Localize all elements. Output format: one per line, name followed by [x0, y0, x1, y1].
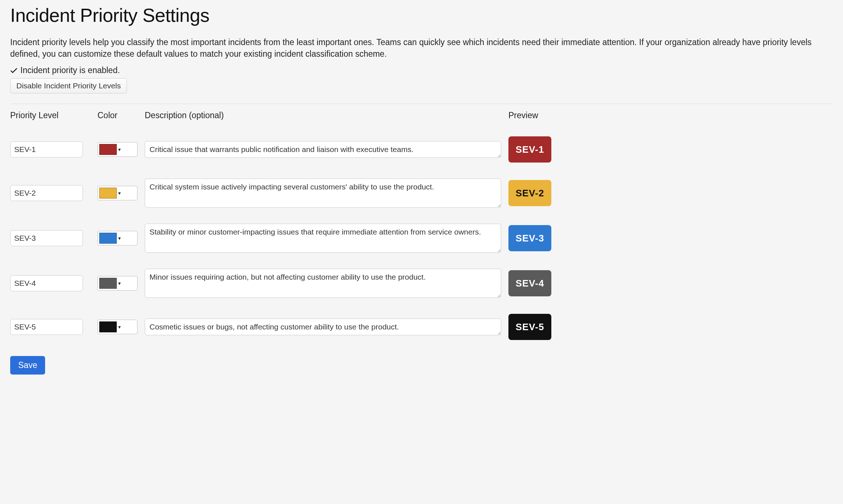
- col-header-level: Priority Level: [10, 111, 90, 120]
- color-swatch: [99, 233, 117, 244]
- col-header-preview: Preview: [508, 111, 559, 120]
- color-picker[interactable]: ▾: [97, 142, 137, 157]
- color-swatch: [99, 278, 117, 289]
- description-textarea[interactable]: [145, 179, 501, 208]
- priority-grid: Priority Level Color Description (option…: [10, 111, 833, 340]
- color-picker[interactable]: ▾: [97, 320, 137, 334]
- page-title: Incident Priority Settings: [10, 4, 833, 26]
- color-picker[interactable]: ▾: [97, 186, 137, 200]
- chevron-down-icon: ▾: [118, 147, 121, 152]
- chevron-down-icon: ▾: [118, 190, 121, 196]
- color-swatch: [99, 144, 117, 155]
- description-textarea[interactable]: [145, 269, 501, 298]
- preview-badge: SEV-3: [508, 225, 551, 251]
- chevron-down-icon: ▾: [118, 235, 121, 241]
- check-icon: [10, 68, 17, 73]
- color-picker[interactable]: ▾: [97, 231, 137, 245]
- priority-status: Incident priority is enabled.: [10, 65, 833, 75]
- chevron-down-icon: ▾: [118, 280, 121, 286]
- divider: [10, 104, 833, 104]
- description-textarea[interactable]: [145, 141, 501, 158]
- level-name-input[interactable]: [10, 319, 83, 335]
- preview-badge: SEV-4: [508, 270, 551, 296]
- level-name-input[interactable]: [10, 141, 83, 157]
- color-picker[interactable]: ▾: [97, 276, 137, 291]
- color-swatch: [99, 188, 117, 199]
- preview-badge: SEV-1: [508, 136, 551, 163]
- col-header-description: Description (optional): [145, 111, 501, 120]
- save-button[interactable]: Save: [10, 356, 45, 375]
- color-swatch: [99, 321, 117, 332]
- level-name-input[interactable]: [10, 230, 83, 246]
- level-name-input[interactable]: [10, 275, 83, 291]
- description-textarea[interactable]: [145, 319, 501, 335]
- description-textarea[interactable]: [145, 224, 501, 253]
- preview-badge: SEV-2: [508, 180, 551, 206]
- page-intro: Incident priority levels help you classi…: [10, 36, 833, 60]
- chevron-down-icon: ▾: [118, 324, 121, 330]
- disable-priority-button[interactable]: Disable Incident Priority Levels: [10, 78, 127, 93]
- col-header-color: Color: [97, 111, 137, 120]
- preview-badge: SEV-5: [508, 314, 551, 340]
- priority-status-text: Incident priority is enabled.: [20, 65, 120, 75]
- level-name-input[interactable]: [10, 185, 83, 201]
